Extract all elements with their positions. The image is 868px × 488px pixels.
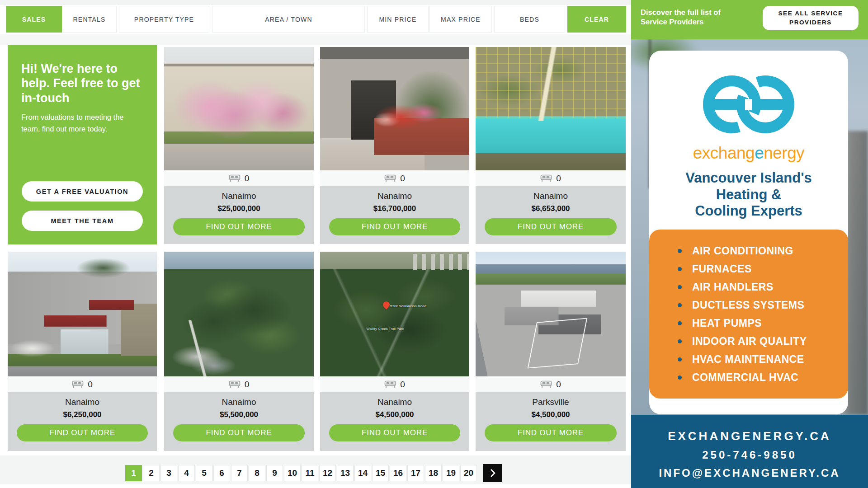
tab-sales[interactable]: SALES — [6, 6, 62, 33]
clear-filters-button[interactable]: CLEAR — [567, 6, 626, 33]
service-item: AIR HANDLERS — [649, 278, 848, 296]
ad-phone[interactable]: 250-746-9850 — [631, 449, 868, 461]
see-all-service-providers-button[interactable]: SEE ALL SERVICE PROVIDERS — [763, 6, 859, 30]
page-button[interactable]: 4 — [178, 465, 195, 481]
area-town-dropdown[interactable]: AREA / TOWN — [212, 6, 365, 33]
find-out-more-button[interactable]: FIND OUT MORE — [485, 424, 617, 441]
beds-count-strip: 0 — [476, 170, 626, 186]
page-button[interactable]: 6 — [213, 465, 230, 481]
listing-price: $25,000,000 — [164, 204, 314, 213]
listing-price: $4,500,000 — [320, 410, 469, 419]
next-page-button[interactable] — [483, 464, 502, 482]
beds-dropdown[interactable]: BEDS — [494, 6, 565, 33]
listing-city: Parksville — [476, 397, 626, 407]
main-content: SALES RENTALS PROPERTY TYPE AREA / TOWN … — [0, 0, 631, 488]
tagline-line: Vancouver Island's — [649, 170, 848, 187]
property-photo[interactable] — [164, 47, 314, 170]
wordmark-part: e — [755, 144, 764, 162]
find-out-more-button[interactable]: FIND OUT MORE — [173, 218, 305, 235]
page-button[interactable]: 8 — [249, 465, 265, 481]
property-photo[interactable] — [476, 252, 626, 376]
page-button[interactable]: 14 — [354, 465, 371, 481]
page-button[interactable]: 3 — [160, 465, 177, 481]
page-button[interactable]: 16 — [390, 465, 406, 481]
page-button[interactable]: 12 — [319, 465, 336, 481]
find-out-more-button[interactable]: FIND OUT MORE — [173, 424, 305, 441]
beds-count: 0 — [556, 174, 561, 183]
service-item: INDOOR AIR QUALITY — [649, 332, 848, 350]
contact-promo-panel: Hi! We're here to help. Feel free to get… — [8, 45, 157, 244]
listing-card: 0 Nanaimo $5,500,000 FIND OUT MORE — [164, 252, 314, 451]
listing-card: 0 Nanaimo $6,653,000 FIND OUT MORE — [476, 47, 626, 244]
listing-card: 0 Nanaimo $16,700,000 FIND OUT MORE — [320, 47, 469, 244]
beds-count-strip: 0 — [320, 376, 469, 392]
page-button[interactable]: 7 — [231, 465, 248, 481]
bed-icon — [384, 380, 396, 388]
listing-info: Nanaimo $5,500,000 FIND OUT MORE — [164, 392, 314, 451]
beds-count-strip: 0 — [8, 376, 157, 392]
page-button[interactable]: 1 — [125, 465, 142, 481]
beds-count: 0 — [400, 174, 405, 183]
ad-contact-footer: EXCHANGENERGY.CA 250-746-9850 INFO@EXCHA… — [631, 415, 868, 488]
page-button[interactable]: 2 — [143, 465, 160, 481]
page-button[interactable]: 20 — [460, 465, 477, 481]
find-out-more-button[interactable]: FIND OUT MORE — [329, 218, 460, 235]
find-out-more-button[interactable]: FIND OUT MORE — [485, 218, 617, 235]
wordmark-part: exchang — [693, 144, 755, 162]
page-button[interactable]: 11 — [302, 465, 318, 481]
bed-icon — [540, 380, 552, 388]
listing-card: 0 Nanaimo $6,250,000 FIND OUT MORE — [8, 252, 157, 451]
min-price-dropdown[interactable]: MIN PRICE — [367, 6, 429, 33]
property-photo[interactable] — [164, 252, 314, 376]
find-out-more-button[interactable]: FIND OUT MORE — [329, 424, 460, 441]
beds-count: 0 — [400, 380, 405, 389]
page-button[interactable]: 5 — [196, 465, 212, 481]
exchangenergy-ad[interactable]: exchangenergy Vancouver Island's Heating… — [649, 51, 848, 414]
bed-icon — [540, 174, 552, 182]
property-photo[interactable]: 5300 Williamson Road Walley Creek Trail … — [320, 252, 469, 376]
max-price-dropdown[interactable]: MAX PRICE — [429, 6, 492, 33]
service-item: FURNACES — [649, 260, 848, 278]
page-button[interactable]: 13 — [337, 465, 354, 481]
listing-info: Nanaimo $4,500,000 FIND OUT MORE — [320, 392, 469, 451]
ad-email[interactable]: INFO@EXCHANGENERY.CA — [631, 467, 868, 479]
beds-count: 0 — [245, 380, 250, 389]
tab-rentals[interactable]: RENTALS — [62, 6, 117, 33]
listing-card: 5300 Williamson Road Walley Creek Trail … — [320, 252, 469, 451]
page-button[interactable]: 9 — [266, 465, 283, 481]
background-band — [0, 34, 631, 45]
beds-count: 0 — [556, 380, 561, 389]
find-out-more-button[interactable]: FIND OUT MORE — [17, 424, 148, 441]
beds-count-strip: 0 — [164, 170, 314, 186]
beds-count-strip: 0 — [476, 376, 626, 392]
listing-city: Nanaimo — [320, 191, 469, 201]
page-button[interactable]: 18 — [425, 465, 442, 481]
beds-count: 0 — [88, 380, 93, 389]
property-photo[interactable] — [320, 47, 469, 170]
banner-text: Discover the full list of Service Provid… — [641, 8, 745, 27]
tagline-line: Cooling Experts — [649, 203, 848, 220]
wordmark-part: nergy — [764, 144, 804, 162]
promo-heading: Hi! We're here to help. Feel free to get… — [21, 61, 143, 105]
page-button[interactable]: 19 — [443, 465, 459, 481]
map-pin-icon — [381, 300, 391, 310]
property-photo[interactable] — [8, 252, 157, 376]
bed-icon — [384, 174, 396, 182]
property-photo[interactable] — [476, 47, 626, 170]
page-button[interactable]: 10 — [284, 465, 301, 481]
get-free-valuation-button[interactable]: GET A FREE VALUATION — [22, 181, 143, 202]
map-address-label: 5300 Williamson Road — [390, 304, 426, 308]
meet-the-team-button[interactable]: MEET THE TEAM — [22, 211, 143, 231]
page-button[interactable]: 15 — [372, 465, 389, 481]
ad-website[interactable]: EXCHANGENERGY.CA — [631, 429, 868, 443]
background-band — [0, 0, 631, 5]
service-provider-banner: Discover the full list of Service Provid… — [631, 0, 868, 39]
page-button[interactable]: 17 — [407, 465, 424, 481]
bed-icon — [72, 380, 84, 388]
listing-city: Nanaimo — [8, 397, 157, 407]
listing-price: $4,500,000 — [476, 410, 626, 419]
property-type-dropdown[interactable]: PROPERTY TYPE — [119, 6, 209, 33]
listing-price: $6,653,000 — [476, 204, 626, 213]
service-provider-sidebar: Discover the full list of Service Provid… — [631, 0, 868, 488]
exchangenergy-logo-icon — [700, 69, 797, 140]
